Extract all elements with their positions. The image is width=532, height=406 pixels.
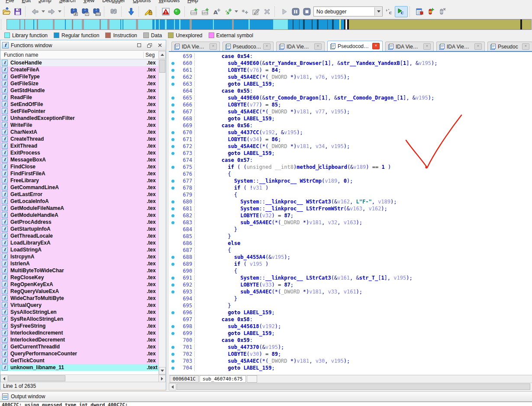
tab-ida-view-4[interactable]: IDA Vie…× bbox=[385, 42, 434, 51]
code-text[interactable]: sub_4455A4(&v195); bbox=[194, 254, 532, 260]
code-text[interactable]: { bbox=[194, 268, 532, 274]
scrollbar-track[interactable] bbox=[159, 73, 166, 367]
search-address-icon[interactable]: # bbox=[68, 6, 80, 17]
code-line[interactable]: 667 sub_45A4EC(*(_DWORD *)v181, v77, v19… bbox=[169, 108, 532, 115]
code-line[interactable]: 701 sub_447370(&v195); bbox=[169, 344, 532, 351]
search-binary-icon[interactable]: 101 bbox=[91, 6, 102, 17]
table-row[interactable]: fGetFileSize.tex bbox=[0, 80, 158, 87]
code-line[interactable]: 665 sub_449E60(&str_Comodo_Dragon[1], &s… bbox=[169, 94, 532, 101]
problems-icon[interactable] bbox=[160, 6, 171, 17]
code-text[interactable]: { bbox=[194, 192, 532, 198]
table-row[interactable]: flstrlenA.tex bbox=[0, 260, 158, 267]
menu-windows[interactable]: Windows bbox=[155, 0, 184, 5]
code-line[interactable]: 694 } bbox=[169, 295, 532, 302]
debugger-select[interactable]: No debugger bbox=[313, 6, 383, 16]
code-text[interactable]: sub_45A4EC(*(_DWORD *)v181, v30, v195); bbox=[194, 358, 532, 364]
search-next-icon[interactable] bbox=[108, 6, 119, 17]
functions-vertical-scrollbar[interactable] bbox=[158, 59, 166, 374]
table-row[interactable]: fGetFileType.tex bbox=[0, 73, 158, 80]
nav-forward-icon[interactable] bbox=[46, 6, 57, 17]
table-row[interactable]: fWriteFile.tex bbox=[0, 122, 158, 129]
scroll-up-icon[interactable] bbox=[158, 51, 166, 58]
menu-help[interactable]: Help bbox=[184, 0, 202, 5]
code-line[interactable]: 679 { bbox=[169, 191, 532, 198]
code-line[interactable]: 686 else bbox=[169, 240, 532, 247]
code-text[interactable]: goto LABEL_159; bbox=[194, 309, 532, 316]
add-breakpoint-icon[interactable] bbox=[425, 6, 436, 17]
tab-close-icon[interactable]: × bbox=[314, 43, 322, 50]
navigation-band[interactable] bbox=[6, 19, 532, 30]
code-text[interactable]: LOBYTE(v30) = 89; bbox=[194, 351, 532, 357]
code-line[interactable]: 695 } bbox=[169, 302, 532, 309]
open-file-icon[interactable] bbox=[1, 6, 12, 17]
table-row[interactable]: fFindClose.tex bbox=[0, 163, 158, 170]
pseudocode-view[interactable]: 659 case 0x54:660 sub_449E60(&str_Yandex… bbox=[169, 52, 532, 375]
code-text[interactable]: goto LABEL_159; bbox=[194, 330, 532, 336]
code-line[interactable]: 660 sub_449E60(&str_Yandex_Browser[1], &… bbox=[169, 60, 532, 67]
rename-icon[interactable]: A bbox=[211, 6, 222, 17]
code-line[interactable]: 662 sub_45A4EC(*(_DWORD *)v181, v76, v19… bbox=[169, 74, 532, 81]
code-text[interactable]: case 0x58: bbox=[194, 316, 532, 322]
code-text[interactable]: sub_445618(v192); bbox=[194, 323, 532, 329]
code-text[interactable]: case 0x55: bbox=[194, 88, 532, 94]
code-line[interactable]: 670 sub_4437CC(v192, &v195); bbox=[169, 129, 532, 136]
table-row[interactable]: flstrcpynA.tex bbox=[0, 253, 158, 260]
scroll-down-icon[interactable] bbox=[159, 367, 166, 374]
step-trace-icon[interactable]: c bbox=[384, 6, 395, 17]
code-line[interactable]: 692 LOBYTE(v33) = 87; bbox=[169, 281, 532, 288]
code-text[interactable]: } bbox=[194, 303, 532, 309]
tab-close-icon[interactable]: × bbox=[263, 43, 271, 50]
menu-debugger[interactable]: Debugger bbox=[98, 0, 129, 5]
code-text[interactable]: sub_45A4EC(*(_DWORD *)v181, v32, v163); bbox=[194, 219, 532, 226]
code-line[interactable]: 688 sub_4455A4(&v195); bbox=[169, 254, 532, 261]
debugger-select-dropdown[interactable] bbox=[374, 7, 382, 16]
code-text[interactable]: sub_45A4EC(*(_DWORD *)v181, v76, v195); bbox=[194, 74, 532, 80]
make-code-icon[interactable]: CODE bbox=[189, 6, 200, 17]
table-row[interactable]: fSysReAllocStringLen.tex bbox=[0, 316, 158, 322]
search-text-icon[interactable]: T bbox=[80, 6, 91, 17]
code-line[interactable]: 690 { bbox=[169, 267, 532, 274]
run-to-cursor-icon[interactable]: c bbox=[395, 6, 408, 17]
menu-options[interactable]: Options bbox=[129, 0, 155, 5]
code-text[interactable]: sub_449E60(&str_Comodo_Dragon[1], &str__… bbox=[194, 95, 532, 101]
code-line[interactable]: 691 System::__linkproc__ LStrCat3(&v161,… bbox=[169, 274, 532, 281]
table-row[interactable]: fGetStdHandle.tex bbox=[0, 87, 158, 94]
table-row[interactable]: fGetProcAddress.tex bbox=[0, 219, 158, 226]
code-line[interactable]: 671 LOBYTE(v34) = 86; bbox=[169, 136, 532, 143]
code-text[interactable]: case 0x57: bbox=[194, 157, 532, 163]
maximize-icon[interactable] bbox=[135, 42, 143, 49]
code-line[interactable]: 673 goto LABEL_159; bbox=[169, 150, 532, 157]
code-text[interactable]: System::__linkproc__ LStrCat3(&v161, &st… bbox=[194, 275, 532, 281]
tab-pseudocode-6[interactable]: Pseudoc× bbox=[487, 42, 532, 51]
debug-stop-icon[interactable] bbox=[301, 6, 313, 17]
nav-back-icon[interactable] bbox=[29, 6, 41, 17]
code-text[interactable]: sub_45A4EC(*(_DWORD *)v181, v33, v161); bbox=[194, 289, 532, 295]
code-line[interactable]: 698 sub_445618(v192); bbox=[169, 323, 532, 330]
table-row[interactable]: fSetEndOfFile.tex bbox=[0, 101, 158, 108]
table-row[interactable]: fGetLastError.tex bbox=[0, 191, 158, 198]
band-drag-handle[interactable] bbox=[1, 19, 6, 30]
scrollbar-thumb[interactable] bbox=[8, 375, 65, 381]
table-row[interactable]: fInterlockedDecrement.tex bbox=[0, 336, 158, 343]
make-string-dropdown[interactable] bbox=[234, 6, 239, 17]
table-row[interactable]: fGetThreadLocale.tex bbox=[0, 232, 158, 239]
table-row[interactable]: fRegOpenKeyExA.tex bbox=[0, 281, 158, 288]
code-text[interactable]: } bbox=[194, 296, 532, 302]
table-row[interactable]: fGetCommandLineA.tex bbox=[0, 184, 158, 191]
code-line[interactable]: 693 sub_45A4EC(*(_DWORD *)v181, v33, v16… bbox=[169, 288, 532, 295]
table-row[interactable]: fQueryPerformanceCounter.tex bbox=[0, 350, 158, 357]
tab-close-icon[interactable]: × bbox=[372, 43, 380, 49]
table-row[interactable]: fSysFreeString.tex bbox=[0, 322, 158, 329]
menu-jump[interactable]: Jump bbox=[35, 0, 55, 5]
table-row[interactable]: fInterlockedIncrement.tex bbox=[0, 329, 158, 336]
code-line[interactable]: 675 if ( (unsigned __int8)method_clipboa… bbox=[169, 164, 532, 171]
scrollbar-thumb[interactable] bbox=[159, 60, 165, 73]
code-line[interactable]: 680 System::__linkproc__ WStrCat3(&v162,… bbox=[169, 198, 532, 205]
scroll-left-icon[interactable] bbox=[0, 375, 8, 382]
table-row[interactable]: fLoadStringA.tex bbox=[0, 246, 158, 253]
table-row[interactable]: fRegCloseKey.tex bbox=[0, 274, 158, 281]
scroll-left-icon[interactable] bbox=[169, 383, 176, 390]
code-text[interactable]: LOBYTE(v33) = 87; bbox=[194, 282, 532, 288]
code-line[interactable]: 661 LOBYTE(v76) = 84; bbox=[169, 67, 532, 74]
nav-forward-dropdown[interactable] bbox=[57, 6, 62, 17]
